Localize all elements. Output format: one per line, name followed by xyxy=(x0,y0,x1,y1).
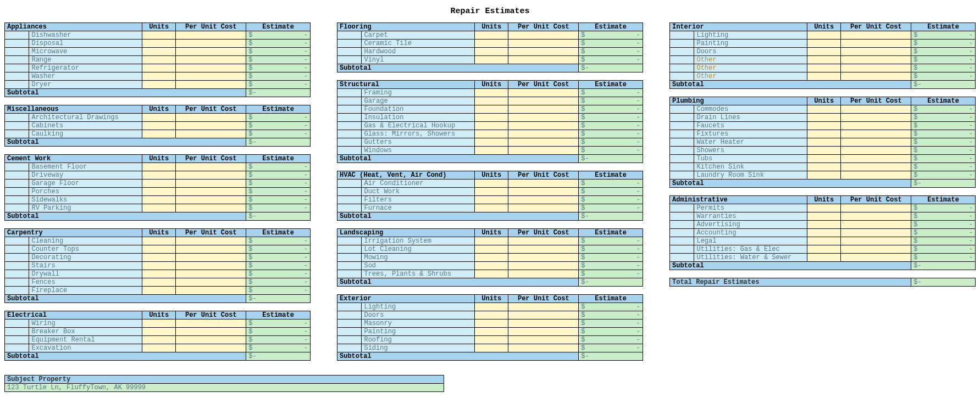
per-unit-cost-input[interactable] xyxy=(508,303,579,311)
units-input[interactable] xyxy=(807,56,841,64)
per-unit-cost-input[interactable] xyxy=(508,31,579,40)
units-input[interactable] xyxy=(475,328,508,336)
units-input[interactable] xyxy=(142,180,176,188)
per-unit-cost-input[interactable] xyxy=(841,64,911,72)
units-input[interactable] xyxy=(142,204,176,212)
units-input[interactable] xyxy=(475,40,508,48)
per-unit-cost-input[interactable] xyxy=(841,40,911,48)
units-input[interactable] xyxy=(142,81,176,89)
per-unit-cost-input[interactable] xyxy=(508,336,579,344)
per-unit-cost-input[interactable] xyxy=(508,147,579,155)
units-input[interactable] xyxy=(475,180,508,188)
units-input[interactable] xyxy=(807,72,841,81)
units-input[interactable] xyxy=(807,163,841,171)
per-unit-cost-input[interactable] xyxy=(176,196,246,204)
per-unit-cost-input[interactable] xyxy=(508,270,579,278)
units-input[interactable] xyxy=(142,56,176,64)
per-unit-cost-input[interactable] xyxy=(508,320,579,328)
per-unit-cost-input[interactable] xyxy=(176,188,246,196)
per-unit-cost-input[interactable] xyxy=(508,237,579,245)
per-unit-cost-input[interactable] xyxy=(508,245,579,254)
per-unit-cost-input[interactable] xyxy=(508,262,579,270)
units-input[interactable] xyxy=(142,31,176,40)
per-unit-cost-input[interactable] xyxy=(176,163,246,171)
per-unit-cost-input[interactable] xyxy=(841,221,911,229)
per-unit-cost-input[interactable] xyxy=(176,245,246,254)
units-input[interactable] xyxy=(807,204,841,212)
per-unit-cost-input[interactable] xyxy=(841,245,911,254)
units-input[interactable] xyxy=(807,48,841,56)
per-unit-cost-input[interactable] xyxy=(841,48,911,56)
units-input[interactable] xyxy=(807,122,841,130)
units-input[interactable] xyxy=(142,245,176,254)
units-input[interactable] xyxy=(142,163,176,171)
subject-property-value[interactable]: 123 Turtle Ln, FluffyTown, AK 99999 xyxy=(5,384,444,392)
per-unit-cost-input[interactable] xyxy=(841,122,911,130)
units-input[interactable] xyxy=(475,48,508,56)
per-unit-cost-input[interactable] xyxy=(508,130,579,138)
units-input[interactable] xyxy=(142,336,176,344)
units-input[interactable] xyxy=(142,270,176,278)
units-input[interactable] xyxy=(475,56,508,64)
per-unit-cost-input[interactable] xyxy=(176,320,246,328)
per-unit-cost-input[interactable] xyxy=(841,212,911,221)
units-input[interactable] xyxy=(142,64,176,72)
units-input[interactable] xyxy=(807,114,841,122)
units-input[interactable] xyxy=(142,72,176,81)
per-unit-cost-input[interactable] xyxy=(176,262,246,270)
per-unit-cost-input[interactable] xyxy=(176,180,246,188)
per-unit-cost-input[interactable] xyxy=(176,204,246,212)
per-unit-cost-input[interactable] xyxy=(176,40,246,48)
units-input[interactable] xyxy=(475,336,508,344)
units-input[interactable] xyxy=(142,196,176,204)
per-unit-cost-input[interactable] xyxy=(508,328,579,336)
units-input[interactable] xyxy=(475,270,508,278)
per-unit-cost-input[interactable] xyxy=(508,105,579,114)
per-unit-cost-input[interactable] xyxy=(841,130,911,138)
units-input[interactable] xyxy=(475,31,508,40)
units-input[interactable] xyxy=(475,138,508,147)
per-unit-cost-input[interactable] xyxy=(841,31,911,40)
per-unit-cost-input[interactable] xyxy=(508,204,579,212)
per-unit-cost-input[interactable] xyxy=(176,114,246,122)
per-unit-cost-input[interactable] xyxy=(176,237,246,245)
units-input[interactable] xyxy=(475,237,508,245)
per-unit-cost-input[interactable] xyxy=(176,287,246,295)
per-unit-cost-input[interactable] xyxy=(176,270,246,278)
units-input[interactable] xyxy=(475,303,508,311)
per-unit-cost-input[interactable] xyxy=(176,278,246,287)
units-input[interactable] xyxy=(475,311,508,320)
units-input[interactable] xyxy=(475,122,508,130)
units-input[interactable] xyxy=(807,237,841,245)
per-unit-cost-input[interactable] xyxy=(176,336,246,344)
units-input[interactable] xyxy=(807,155,841,163)
per-unit-cost-input[interactable] xyxy=(508,40,579,48)
per-unit-cost-input[interactable] xyxy=(176,64,246,72)
per-unit-cost-input[interactable] xyxy=(508,138,579,147)
units-input[interactable] xyxy=(142,40,176,48)
units-input[interactable] xyxy=(142,344,176,352)
per-unit-cost-input[interactable] xyxy=(841,72,911,81)
per-unit-cost-input[interactable] xyxy=(841,147,911,155)
per-unit-cost-input[interactable] xyxy=(508,48,579,56)
units-input[interactable] xyxy=(142,114,176,122)
per-unit-cost-input[interactable] xyxy=(841,105,911,114)
per-unit-cost-input[interactable] xyxy=(508,122,579,130)
units-input[interactable] xyxy=(142,278,176,287)
per-unit-cost-input[interactable] xyxy=(841,229,911,237)
units-input[interactable] xyxy=(807,64,841,72)
units-input[interactable] xyxy=(807,245,841,254)
per-unit-cost-input[interactable] xyxy=(176,171,246,180)
units-input[interactable] xyxy=(142,171,176,180)
units-input[interactable] xyxy=(807,31,841,40)
units-input[interactable] xyxy=(142,237,176,245)
per-unit-cost-input[interactable] xyxy=(176,31,246,40)
units-input[interactable] xyxy=(807,130,841,138)
units-input[interactable] xyxy=(475,147,508,155)
units-input[interactable] xyxy=(142,122,176,130)
per-unit-cost-input[interactable] xyxy=(841,114,911,122)
units-input[interactable] xyxy=(142,262,176,270)
units-input[interactable] xyxy=(475,245,508,254)
per-unit-cost-input[interactable] xyxy=(176,122,246,130)
units-input[interactable] xyxy=(475,130,508,138)
